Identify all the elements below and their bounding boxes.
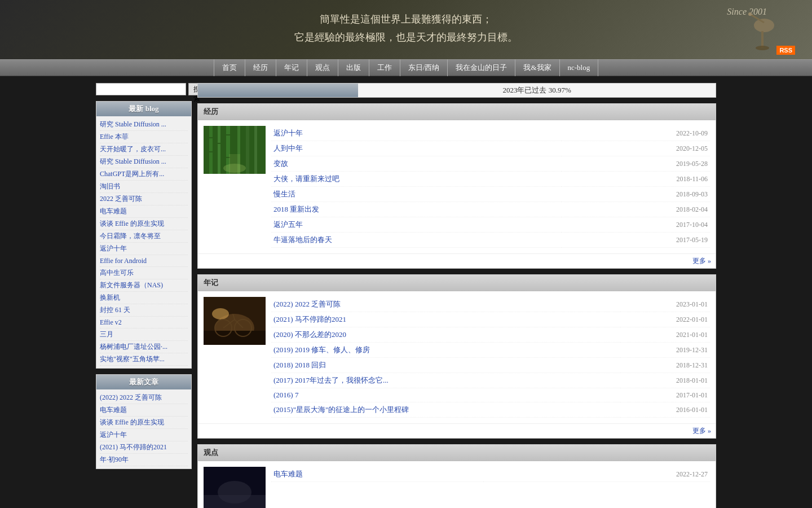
blog-item[interactable]: Effie v2 <box>100 318 122 326</box>
article-item[interactable]: 谈谈 Effie 的原生实现 <box>100 418 164 426</box>
nav-item-东日/西纳[interactable]: 东日/西纳 <box>400 59 448 76</box>
guandian-list: 电车难题2022-12-27 <box>271 467 710 508</box>
jingли-section: 经历 <box>197 103 716 269</box>
row-link[interactable]: (2017) 2017年过去了，我很怀念它... <box>271 373 620 388</box>
table-row: (2021) 马不停蹄的20212022-01-01 <box>271 312 710 327</box>
blog-item[interactable]: 研究 Stable Diffusion ... <box>100 157 166 165</box>
jingli-table: 返沪十年2022-10-09人到中年2020-12-05变故2019-05-28… <box>271 126 710 248</box>
row-link[interactable]: 大侠，请重新来过吧 <box>271 172 562 187</box>
row-date: 2023-01-01 <box>620 297 710 312</box>
table-row: 大侠，请重新来过吧2018-11-06 <box>271 172 710 187</box>
nav-item-我在金山的日子[interactable]: 我在金山的日子 <box>448 59 515 76</box>
nav-item-首页[interactable]: 首页 <box>214 59 245 76</box>
blog-item[interactable]: 新文件服务器（NAS) <box>100 281 163 289</box>
header: 簡單性是這個世界上最難獲得的東西； 它是經驗的最終極限，也是天才的最終努力目標。… <box>0 0 812 59</box>
article-item[interactable]: (2021) 马不停蹄的2021 <box>100 443 167 451</box>
row-link[interactable]: (2022) 2022 乏善可陈 <box>271 297 620 312</box>
latest-blog-title: 最新 blog <box>96 102 191 116</box>
svg-rect-12 <box>226 134 230 135</box>
jingli-thumb <box>204 126 266 174</box>
bike-image <box>204 297 266 345</box>
blog-item[interactable]: 天开始暖了，皮衣可... <box>100 145 166 153</box>
row-link[interactable]: 慢生活 <box>271 187 562 202</box>
row-link[interactable]: (2020) 不那么差的2020 <box>271 327 620 343</box>
table-row: (2018) 2018 回归2018-12-31 <box>271 358 710 373</box>
svg-point-30 <box>218 481 251 503</box>
row-link[interactable]: 变故 <box>271 156 562 172</box>
blog-item[interactable]: Effie 本菲 <box>100 133 129 141</box>
row-date: 2018-02-04 <box>562 202 710 217</box>
row-link[interactable]: (2019) 2019 修车、修人、修房 <box>271 343 620 358</box>
blog-item[interactable]: 返沪十年 <box>100 244 127 252</box>
latest-article-title: 最新文章 <box>96 375 191 389</box>
article-item[interactable]: 返沪十年 <box>100 431 127 439</box>
table-row: 2018 重新出发2018-02-04 <box>271 202 710 217</box>
row-date: 2018-11-06 <box>562 172 710 187</box>
svg-point-0 <box>754 19 774 32</box>
rss-badge[interactable]: RSS <box>776 46 795 55</box>
nianji-more[interactable]: 更多 » <box>198 423 716 438</box>
row-link[interactable]: 牛逼落地后的春天 <box>271 233 562 248</box>
row-link[interactable]: 电车难题 <box>271 467 483 482</box>
blog-item[interactable]: 实地"视察"五角场苹... <box>100 355 165 363</box>
row-date: 2021-01-01 <box>620 327 710 343</box>
latest-article-list: (2022) 2022 乏善可陈电车难题谈谈 Effie 的原生实现返沪十年(2… <box>96 389 191 468</box>
svg-point-2 <box>756 46 769 50</box>
blog-item[interactable]: Effie for Android <box>100 257 147 265</box>
blog-item[interactable]: 高中生可乐 <box>100 269 134 277</box>
row-link[interactable]: 2018 重新出发 <box>271 202 562 217</box>
nianji-body: (2022) 2022 乏善可陈2023-01-01(2021) 马不停蹄的20… <box>198 291 716 423</box>
row-link[interactable]: (2018) 2018 回归 <box>271 358 620 373</box>
blog-item[interactable]: 换新机 <box>100 294 120 301</box>
svg-rect-7 <box>209 137 213 138</box>
article-item[interactable]: 电车难题 <box>100 406 127 414</box>
blog-item[interactable]: 谈谈 Effie 的原生实现 <box>100 220 164 227</box>
svg-point-4 <box>748 12 752 16</box>
row-date: 2017-01-01 <box>620 388 710 402</box>
nav-item-经历[interactable]: 经历 <box>245 59 276 76</box>
blog-item[interactable]: 封控 61 天 <box>100 306 130 314</box>
jingli-more[interactable]: 更多 » <box>198 253 716 268</box>
blog-item[interactable]: 电车难题 <box>100 207 127 215</box>
row-link[interactable]: 人到中年 <box>271 141 562 156</box>
nav-item-工作[interactable]: 工作 <box>369 59 400 76</box>
latest-blog-list: 研究 Stable Diffusion ...Effie 本菲天开始暖了，皮衣可… <box>96 116 191 368</box>
row-date: 2018-12-31 <box>620 358 710 373</box>
blog-item[interactable]: 今日霜降，凛冬将至 <box>100 232 161 240</box>
row-date: 2017-05-19 <box>562 233 710 248</box>
blog-item[interactable]: 淘旧书 <box>100 182 120 190</box>
article-item[interactable]: 年·初90年 <box>100 456 129 463</box>
header-line1: 簡單性是這個世界上最難獲得的東西； <box>294 10 518 28</box>
table-row: 牛逼落地后的春天2017-05-19 <box>271 233 710 248</box>
row-link[interactable]: (2021) 马不停蹄的2021 <box>271 312 620 327</box>
blog-item[interactable]: 研究 Stable Diffusion ... <box>100 120 166 128</box>
row-link[interactable]: (2016) 7 <box>271 388 620 402</box>
header-text: 簡單性是這個世界上最難獲得的東西； 它是經驗的最終極限，也是天才的最終努力目標。 <box>294 10 518 47</box>
table-row: 变故2019-05-28 <box>271 156 710 172</box>
nav-item-我&我家[interactable]: 我&我家 <box>515 59 559 76</box>
blog-item[interactable]: ChatGPT是网上所有... <box>100 170 164 178</box>
article-item[interactable]: (2022) 2022 乏善可陈 <box>100 393 162 401</box>
svg-rect-6 <box>209 126 213 174</box>
bamboo-image <box>204 126 266 174</box>
row-date: 2022-01-01 <box>620 312 710 327</box>
blog-item[interactable]: 杨树浦电厂遗址公园·... <box>100 343 167 351</box>
row-date: 2018-09-03 <box>562 187 710 202</box>
header-line2: 它是經驗的最終極限，也是天才的最終努力目標。 <box>294 28 518 46</box>
nav-item-出版[interactable]: 出版 <box>338 59 369 76</box>
nav-item-nc-blog[interactable]: nc-blog <box>560 59 599 76</box>
blog-item[interactable]: 2022 乏善可陈 <box>100 195 142 203</box>
table-row: 返沪五年2017-10-04 <box>271 217 710 233</box>
guandian-thumb <box>204 467 266 508</box>
progress-bar: 2023年已过去 30.97% <box>197 83 716 98</box>
table-row: (2015)"星辰大海"的征途上的一个小里程碑2016-01-01 <box>271 402 710 418</box>
row-link[interactable]: 返沪五年 <box>271 217 562 233</box>
svg-point-22 <box>212 308 229 319</box>
search-input[interactable] <box>96 83 186 95</box>
row-link[interactable]: (2015)"星辰大海"的征途上的一个小里程碑 <box>271 402 620 418</box>
row-link[interactable]: 返沪十年 <box>271 126 562 141</box>
nav-item-年记[interactable]: 年记 <box>276 59 307 76</box>
blog-item[interactable]: 三月 <box>100 330 113 338</box>
nav-item-观点[interactable]: 观点 <box>307 59 338 76</box>
table-row: 电车难题2022-12-27 <box>271 467 710 482</box>
